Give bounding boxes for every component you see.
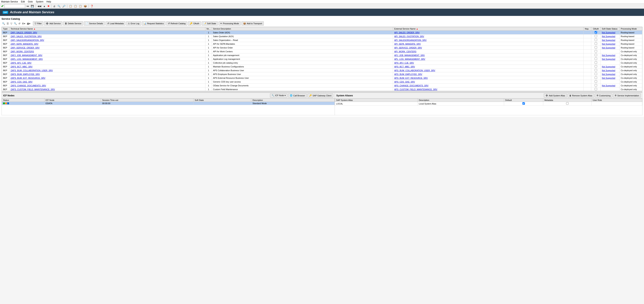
tech-name-link[interactable]: ZAPI_SALESORGANIZATION_SRV [10, 39, 44, 41]
tech-name-link[interactable]: ZAPS_BUM_COLLABORATION_USER_SRV [10, 69, 53, 72]
ext-name-link[interactable]: APS_APJ_CJE_SRV [394, 62, 414, 64]
menu-maintain-service[interactable]: Maintain Service [1, 1, 18, 3]
soft-state-link[interactable]: Not Supported [602, 66, 615, 68]
tech-name-link[interactable]: ZAPI_SALES_QUOTATION_SRV [10, 35, 42, 38]
tech-name-link[interactable]: ZAPS_BUM_EXT_RESOURCE_SRV [10, 77, 46, 79]
soft-state-link[interactable]: Not Supported [602, 58, 615, 60]
search-icon[interactable]: 🔍 [13, 22, 18, 25]
tech-name-link[interactable]: ZAPS_CDS_GKE_SRV [10, 81, 32, 83]
oauth-cb[interactable] [595, 42, 597, 45]
filter-icon-1[interactable]: ▽ [10, 22, 13, 25]
col-oauth[interactable]: OAuth [591, 27, 601, 31]
print-btn[interactable]: 🖨 [52, 5, 56, 8]
col-desc[interactable]: Service Description [212, 27, 393, 31]
oauth-cb[interactable] [595, 73, 597, 75]
tech-name-link[interactable]: ZAPI_SALES_ORDER_SRV [10, 32, 37, 34]
download-icon[interactable]: ⬇▾ [21, 22, 26, 25]
ext-name-link[interactable]: APS_BUM_EMPLOYEE_SRV [394, 73, 422, 75]
oauth-cb[interactable] [595, 84, 597, 87]
view-icon[interactable]: ▦▾ [26, 22, 31, 25]
soft-state-link[interactable]: Not Supported [602, 43, 615, 45]
add-system-alias-btn[interactable]: ➕ Add System Alias [544, 94, 567, 98]
table-row[interactable]: BEP ZAPI_SALESORGANIZATION_SRV 1 Sales O… [2, 38, 642, 42]
tech-name-link[interactable]: ZAPS_CHANGE_DOCUMENTS_SRV [10, 84, 46, 87]
icf-col-softstate[interactable]: Soft State [194, 99, 251, 102]
filter-btn[interactable]: ▽ Filter [33, 21, 43, 26]
oauth-cb[interactable] [595, 50, 597, 53]
ext-name-link[interactable]: APS_CUSTOM_FIELD_MAINTENANCE_SRV [394, 88, 437, 91]
sys-col-desc[interactable]: Description [418, 99, 504, 102]
tech-name-link[interactable]: ZAPJ_JOB_MANAGEMENT_SRV [10, 54, 42, 56]
col-ext-name[interactable]: External Service Name ▲ [393, 27, 584, 31]
table-row[interactable]: BEP ZAPI_SEPA_MANDATE_SRV 1 API for SEPA… [2, 42, 642, 46]
tb-btn-2[interactable]: 📋 [73, 5, 78, 8]
tech-name-link[interactable]: ZAPI_WORK_CENTERS [10, 50, 34, 53]
col-nsp[interactable]: Nsp. [584, 27, 591, 31]
request-stats-btn[interactable]: 📊 Request Statistics [142, 21, 166, 26]
table-row[interactable]: BEP ZAPS_CHANGE_DOCUMENTS_SRV 1 OData Se… [2, 84, 642, 88]
soft-state-link[interactable]: Not Supported [602, 73, 615, 75]
zoom-icon[interactable]: 🔍 [2, 22, 6, 25]
col-type[interactable]: Type [2, 27, 10, 31]
soft-state-link[interactable]: Not Supported [602, 77, 615, 79]
oauth-cb[interactable] [595, 65, 597, 68]
customizing-btn[interactable]: ⚙ Customizing [595, 94, 612, 98]
tb-btn-4[interactable]: 📦 [83, 5, 87, 8]
tech-name-link[interactable]: ZAPS_BUM_EMPLOYEE_SRV [10, 73, 40, 75]
oauth-cb[interactable] [595, 80, 597, 83]
load-metadata-btn[interactable]: ↺ Load Metadata [106, 21, 125, 26]
sap-gw-client-btn[interactable]: 🔑 SAP Gateway Client [308, 94, 333, 98]
up-btn[interactable]: ▲ [42, 5, 46, 8]
ext-name-link[interactable]: APS_BUM_EXT_RESOURCE_SRV [394, 77, 428, 79]
icf-row[interactable]: ODATA 00:00:00 Standard Mode [2, 102, 335, 105]
soft-state-link[interactable]: Not Supported [602, 47, 615, 49]
table-row[interactable]: BEP ZAPI_WORK_CENTERS 1 API for Work Cen… [2, 50, 642, 53]
ext-name-link[interactable]: API_SALES_QUOTATION_SRV [394, 35, 424, 38]
error-log-btn[interactable]: ⚠ Error Log [126, 21, 141, 26]
oauth-cb[interactable] [595, 77, 597, 79]
find-next-btn[interactable]: 🔎 [62, 5, 66, 8]
oauth-cb[interactable] [595, 31, 597, 34]
sys-col-alias[interactable]: SAP System Alias [335, 99, 418, 102]
resize-bar[interactable]: · · · · · [2, 91, 642, 93]
remove-system-alias-btn[interactable]: 🗑 Remove System Alias [568, 94, 594, 98]
oauth-cb[interactable] [595, 88, 597, 90]
sys-metadata-cb[interactable] [566, 102, 568, 105]
refresh-catalog-btn[interactable]: ↺ Refresh Catalog [166, 21, 188, 26]
service-impl-btn[interactable]: ⚙ Service Implementation [613, 94, 641, 98]
ext-name-link[interactable]: APJ_JOB_MANAGEMENT_SRV [394, 54, 425, 56]
oauth-cb[interactable] [595, 61, 597, 64]
save-btn[interactable]: 💾 [30, 5, 34, 8]
col-proc-mode[interactable]: Processing Mode [620, 27, 642, 31]
call-browser-btn[interactable]: 🌐 Call Browser [288, 94, 307, 98]
soft-state-link[interactable]: Not Supported [602, 54, 615, 56]
tech-name-link[interactable]: ZAPI_SEPA_MANDATE_SRV [10, 43, 38, 45]
ext-name-link[interactable]: APS_BCT_MBC_SRV [394, 66, 415, 68]
ext-name-link[interactable]: API_SALES_ORDER_SRV [394, 32, 420, 34]
icf-node-btn[interactable]: 🔧 ICF Node ▾ [270, 94, 288, 98]
cancel-btn[interactable]: ✖ [47, 5, 50, 8]
soft-state-link[interactable]: Not Supported [602, 32, 615, 34]
table-row[interactable]: BEP ZAPS_BUM_EMPLOYEE_SRV 1 APS Employee… [2, 72, 642, 76]
nav-first-btn[interactable]: ⏮ [26, 5, 30, 8]
delete-service-btn[interactable]: 🗑 Delete Service [63, 21, 83, 26]
tech-name-link[interactable]: ZAPS_BCT_MBC_SRV [10, 66, 32, 68]
table-row[interactable]: BEP ZAPI_SALES_QUOTATION_SRV 1 Sales Quo… [2, 35, 642, 38]
oauth-cb[interactable] [595, 46, 597, 49]
table-row[interactable]: BEP ZAPS_BUM_EXT_RESOURCE_SRV 1 APS Exte… [2, 76, 642, 80]
service-details-btn[interactable]: 📄 Service Details [84, 21, 104, 26]
sys-col-userrole[interactable]: User Role [592, 99, 642, 102]
tech-name-link[interactable]: ZAPI_SERVICE_ORDER_SRV [10, 47, 40, 49]
ext-name-link[interactable]: APL_LOG_MANAGEMENT_SRV [394, 58, 425, 60]
ext-name-link[interactable]: API_WORK_CENTERS [394, 50, 416, 53]
icf-col-status[interactable]: Status [2, 99, 44, 102]
oauth-cb[interactable] [595, 69, 597, 71]
table-row[interactable]: BEP ZAPI_SALES_ORDER_SRV 1 Sales Order (… [2, 31, 642, 35]
oauth-cb[interactable] [595, 35, 597, 37]
list-icon[interactable]: ☰ [6, 22, 10, 25]
icf-col-desc[interactable]: Description [251, 99, 334, 102]
back-btn[interactable]: ◀◀ [37, 5, 42, 8]
menu-goto[interactable]: Goto [28, 1, 33, 3]
ext-name-link[interactable]: APS_BUM_COLLABORATION_USER_SRV [394, 69, 435, 72]
oauth-cb[interactable] [595, 58, 597, 60]
